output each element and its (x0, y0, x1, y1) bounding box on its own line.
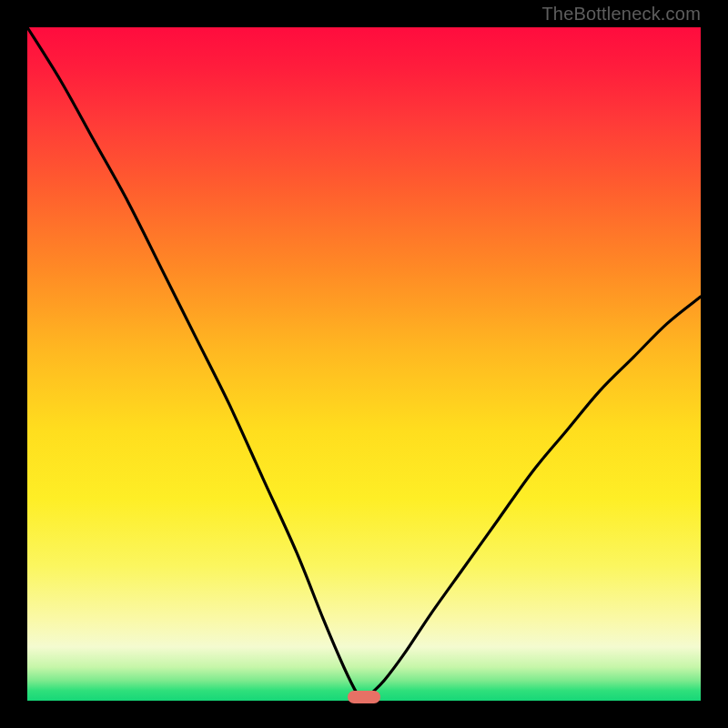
bottleneck-curve (27, 27, 701, 701)
chart-frame: TheBottleneck.com (0, 0, 728, 728)
plot-area (27, 27, 701, 701)
watermark-text: TheBottleneck.com (541, 4, 701, 25)
minimum-marker (348, 691, 380, 703)
